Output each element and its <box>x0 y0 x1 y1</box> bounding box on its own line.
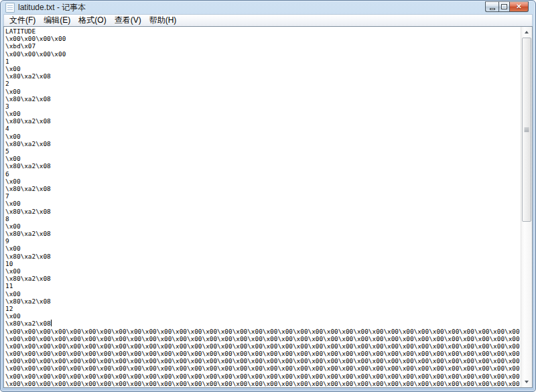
text-caret <box>51 320 52 326</box>
editor-line: 10 <box>5 260 521 267</box>
menu-bar: 文件(F) 编辑(E) 格式(O) 查看(V) 帮助(H) <box>3 14 533 26</box>
editor-line: 1 <box>5 58 521 65</box>
editor-line: \x80\xa2\x08 <box>5 230 521 237</box>
editor-line: \x00 <box>5 133 521 140</box>
editor-filler-line: \x00\x00\x00\x00\x00\x00\x00\x00\x00\x00… <box>5 350 521 357</box>
editor-line: \x00 <box>5 155 521 162</box>
editor-filler-line: \x00\x00\x00\x00\x00\x00\x00\x00\x00\x00… <box>5 335 521 342</box>
editor-line: \x00 <box>5 312 521 320</box>
editor-line: \x00 <box>5 267 521 275</box>
editor-filler-line: \x00\x00\x00\x00\x00\x00\x00\x00\x00\x00… <box>5 342 521 350</box>
editor-line: \x00 <box>5 222 521 230</box>
scrollbar-thumb[interactable] <box>522 38 531 222</box>
editor-line: \x00 <box>5 290 521 298</box>
editor-line: \x00 <box>5 88 521 95</box>
editor-line: 12 <box>5 305 521 312</box>
editor-filler-line: \x00\x00\x00\x00\x00\x00\x00\x00\x00\x00… <box>5 373 521 380</box>
editor-line: \x00\x00\x00\x00 <box>5 50 521 58</box>
editor-line: 5 <box>5 147 521 155</box>
editor-line: 9 <box>5 237 521 245</box>
window-controls: ✕ <box>485 1 529 12</box>
editor-line: \x80\xa2\x08 <box>5 117 521 125</box>
editor-line: 2 <box>5 80 521 87</box>
minimize-icon <box>490 8 495 10</box>
editor-line: \x00 <box>5 110 521 117</box>
menu-item-file[interactable]: 文件(F) <box>5 14 40 27</box>
editor-line: 6 <box>5 170 521 178</box>
editor-line: \x80\xa2\x08 <box>5 185 521 192</box>
text-editor[interactable]: LATITUDE\x00\x00\x00\x00\xbd\x07\x00\x00… <box>4 27 521 387</box>
editor-line: 8 <box>5 215 521 222</box>
vertical-scrollbar[interactable] <box>521 27 532 387</box>
editor-line: \x00 <box>5 245 521 252</box>
notepad-window: latitude.txt - 记事本 ✕ 文件(F) 编辑(E) 格式(O) 查… <box>0 0 536 392</box>
arrow-down-icon <box>525 381 529 383</box>
editor-line: \x00 <box>5 65 521 72</box>
editor-line: \x80\xa2\x08 <box>5 140 521 147</box>
editor-line: \x00\x00\x00\x00 <box>5 35 521 42</box>
editor-line: \x00 <box>5 200 521 207</box>
editor-line: \x80\xa2\x08 <box>5 298 521 305</box>
notepad-icon <box>5 3 15 13</box>
editor-line: \x80\xa2\x08 <box>5 72 521 80</box>
editor-line: 7 <box>5 192 521 200</box>
maximize-button[interactable] <box>498 1 510 12</box>
editor-line: \x80\xa2\x08 <box>5 253 521 260</box>
editor-line: LATITUDE <box>5 27 521 35</box>
close-icon: ✕ <box>516 3 521 10</box>
scroll-down-button[interactable] <box>521 377 532 387</box>
window-title: latitude.txt - 记事本 <box>18 2 86 13</box>
editor-line: 4 <box>5 125 521 132</box>
arrow-up-icon <box>525 31 529 34</box>
editor-filler-line: \x00\x00\x00\x00\x00\x00\x00\x00\x00\x00… <box>5 365 521 372</box>
scroll-up-button[interactable] <box>521 27 532 38</box>
editor-filler-line: \x00\x00\x00\x00\x00\x00\x00\x00\x00\x00… <box>5 380 521 387</box>
editor-line: \x80\xa2\x08 <box>5 162 521 170</box>
maximize-icon <box>501 4 507 9</box>
editor-line: \x80\xa2\x08 <box>5 208 521 215</box>
menu-item-edit[interactable]: 编辑(E) <box>40 14 74 27</box>
close-button[interactable]: ✕ <box>510 1 529 12</box>
editor-line: \x80\xa2\x08 <box>5 320 521 327</box>
editor-line: \x00 <box>5 178 521 185</box>
menu-item-help[interactable]: 帮助(H) <box>145 14 181 27</box>
content-area: LATITUDE\x00\x00\x00\x00\xbd\x07\x00\x00… <box>3 26 533 388</box>
title-bar[interactable]: latitude.txt - 记事本 <box>1 1 535 14</box>
scrollbar-grip-icon <box>525 127 529 132</box>
editor-line: \xbd\x07 <box>5 42 521 50</box>
menu-item-format[interactable]: 格式(O) <box>74 14 110 27</box>
editor-line: 3 <box>5 103 521 110</box>
editor-line: 11 <box>5 282 521 289</box>
editor-line: \x80\xa2\x08 <box>5 275 521 282</box>
editor-line: \x80\xa2\x08 <box>5 95 521 103</box>
menu-item-view[interactable]: 查看(V) <box>111 14 145 27</box>
minimize-button[interactable] <box>485 1 498 12</box>
editor-filler-line: \x00\x00\x00\x00\x00\x00\x00\x00\x00\x00… <box>5 357 521 365</box>
editor-filler-line: \x00\x00\x00\x00\x00\x00\x00\x00\x00\x00… <box>5 328 521 335</box>
